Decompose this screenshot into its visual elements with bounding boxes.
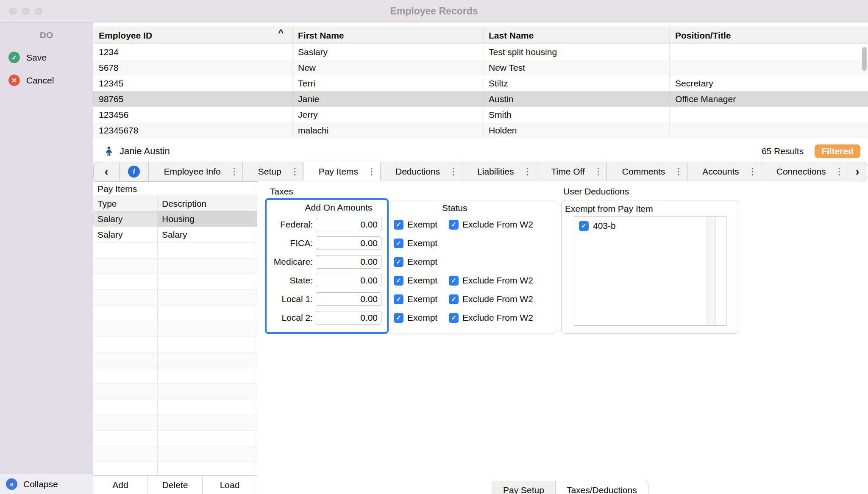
tab-menu-dots-icon[interactable]: ⋮ — [230, 167, 239, 177]
table-row[interactable]: 98765JanieAustinOffice Manager — [93, 91, 868, 107]
delete-button[interactable]: Delete — [148, 476, 203, 494]
state-exclude-w2-checkbox[interactable]: ✓ — [449, 276, 459, 286]
state-exempt-toggle[interactable]: ✓Exempt — [394, 275, 449, 286]
fica-exempt-toggle[interactable]: ✓Exempt — [394, 238, 449, 248]
pay-item-empty-row[interactable] — [93, 384, 257, 400]
bottom-tab-taxes-deductions[interactable]: Taxes/Deductions — [556, 481, 648, 494]
tab-liabilities[interactable]: Liabilities⋮ — [462, 162, 536, 181]
pay-item-empty-row[interactable] — [93, 321, 257, 337]
fica-exempt-checkbox[interactable]: ✓ — [394, 239, 403, 248]
pay-items-column-type[interactable]: Type — [93, 196, 157, 211]
tab-accounts[interactable]: Accounts⋮ — [687, 162, 761, 181]
tab-employee-info[interactable]: Employee Info⋮ — [148, 162, 243, 181]
pay-item-empty-row[interactable] — [93, 352, 257, 368]
pay-item-empty-row[interactable] — [93, 368, 257, 384]
local-2-input[interactable] — [316, 311, 381, 325]
federal-exempt-checkbox[interactable]: ✓ — [394, 220, 403, 230]
table-row[interactable]: 12345678malachiHolden — [93, 122, 868, 138]
pay-item-empty-row[interactable] — [93, 337, 257, 352]
tab-time-off[interactable]: Time Off⋮ — [536, 162, 607, 181]
close-window-button[interactable] — [9, 8, 17, 15]
tab-menu-dots-icon[interactable]: ⋮ — [523, 167, 532, 177]
local-2-exempt-toggle[interactable]: ✓Exempt — [394, 313, 449, 323]
tab-deductions[interactable]: Deductions⋮ — [380, 162, 462, 181]
deduction-item[interactable]: ✓403-b — [574, 217, 726, 231]
local-1-exempt-checkbox[interactable]: ✓ — [394, 294, 403, 304]
medicare-exempt-checkbox[interactable]: ✓ — [394, 257, 403, 267]
pay-item-empty-row[interactable] — [93, 258, 257, 274]
tab-menu-dots-icon[interactable]: ⋮ — [835, 167, 844, 177]
table-row[interactable]: 5678NewNew Test — [93, 60, 868, 75]
exempt-label: Exempt — [407, 219, 437, 230]
tab-menu-dots-icon[interactable]: ⋮ — [594, 167, 603, 177]
column-header-last-name[interactable]: Last Name — [483, 27, 670, 44]
local-1-exclude-w2-toggle[interactable]: ✓Exclude From W2 — [449, 294, 533, 304]
exclude-w2-label: Exclude From W2 — [462, 219, 533, 230]
filtered-badge[interactable]: Filtered — [815, 144, 860, 158]
pay-item-empty-row[interactable] — [93, 400, 257, 415]
collapse-button[interactable]: « Collapse — [0, 474, 93, 494]
pay-item-row[interactable]: SalaryHousing — [93, 211, 257, 227]
tab-pay-items[interactable]: Pay Items⋮ — [303, 162, 380, 181]
save-button[interactable]: ✓ Save — [0, 52, 93, 63]
add-button[interactable]: Add — [93, 476, 148, 494]
sort-ascending-icon[interactable]: ^ — [278, 28, 284, 39]
federal-exempt-toggle[interactable]: ✓Exempt — [394, 219, 449, 230]
cancel-button[interactable]: ✕ Cancel — [0, 75, 93, 86]
tab-menu-dots-icon[interactable]: ⋮ — [290, 167, 299, 177]
tab-connections[interactable]: Connections⋮ — [761, 162, 848, 181]
column-header-employee-id[interactable]: Employee ID ^ — [93, 27, 292, 44]
federal-exclude-w2-checkbox[interactable]: ✓ — [449, 220, 459, 230]
federal-exclude-w2-toggle[interactable]: ✓Exclude From W2 — [449, 219, 533, 230]
tab-menu-dots-icon[interactable]: ⋮ — [674, 167, 683, 177]
federal-input[interactable] — [316, 218, 381, 231]
pay-item-empty-row[interactable] — [93, 274, 257, 290]
tab-back-button[interactable]: ‹ — [93, 162, 120, 181]
bottom-tab-pay-setup[interactable]: Pay Setup — [492, 481, 556, 494]
minimize-window-button[interactable] — [22, 8, 29, 15]
user-deductions-list: ✓403-b — [574, 216, 726, 326]
fica-input[interactable] — [316, 236, 381, 250]
medicare-input[interactable] — [316, 255, 381, 269]
tab-forward-button[interactable]: › — [848, 162, 867, 181]
pay-item-empty-row[interactable] — [93, 305, 257, 321]
local-1-exclude-w2-checkbox[interactable]: ✓ — [449, 294, 459, 304]
empty-cell — [93, 290, 157, 305]
pay-item-empty-row[interactable] — [93, 290, 257, 305]
load-button[interactable]: Load — [203, 476, 257, 494]
pay-item-empty-row[interactable] — [93, 415, 257, 431]
tab-menu-dots-icon[interactable]: ⋮ — [748, 167, 757, 177]
state-exclude-w2-toggle[interactable]: ✓Exclude From W2 — [449, 275, 533, 286]
local-1-input[interactable] — [316, 292, 381, 306]
column-header-position-title[interactable]: Position/Title — [670, 27, 868, 44]
column-header-first-name[interactable]: First Name — [292, 27, 483, 44]
state-input[interactable] — [316, 274, 381, 287]
tab-comments[interactable]: Comments⋮ — [606, 162, 687, 181]
local-2-exempt-checkbox[interactable]: ✓ — [394, 313, 403, 323]
state-exempt-checkbox[interactable]: ✓ — [394, 276, 403, 286]
table-cell — [670, 60, 868, 75]
table-scrollbar-thumb[interactable] — [862, 47, 867, 71]
pay-item-empty-row[interactable] — [93, 462, 257, 475]
pay-item-row[interactable]: SalarySalary — [93, 227, 257, 243]
pay-items-column-description[interactable]: Description — [157, 196, 257, 211]
info-button[interactable]: i — [119, 162, 149, 181]
403-b-checkbox[interactable]: ✓ — [579, 221, 589, 231]
table-row[interactable]: 1234SaslaryTest split housing — [93, 44, 868, 60]
pay-item-empty-row[interactable] — [93, 447, 257, 462]
tab-setup[interactable]: Setup⋮ — [242, 162, 303, 181]
local-2-exclude-w2-checkbox[interactable]: ✓ — [449, 313, 459, 323]
medicare-exempt-toggle[interactable]: ✓Exempt — [394, 257, 449, 267]
list-scrollbar-track[interactable] — [707, 217, 716, 325]
pay-item-empty-row[interactable] — [93, 431, 257, 447]
table-row[interactable]: 123456JerrySmith — [93, 107, 868, 122]
local-2-exclude-w2-toggle[interactable]: ✓Exclude From W2 — [449, 313, 533, 323]
tab-menu-dots-icon[interactable]: ⋮ — [367, 167, 376, 177]
empty-cell — [157, 462, 257, 475]
pay-item-empty-row[interactable] — [93, 243, 257, 258]
tab-menu-dots-icon[interactable]: ⋮ — [449, 167, 458, 177]
add-on-amounts-group: Add On Amounts Federal:FICA:Medicare:Sta… — [265, 198, 389, 334]
table-row[interactable]: 12345TerriStiltzSecretary — [93, 75, 868, 91]
zoom-window-button[interactable] — [35, 8, 42, 15]
local-1-exempt-toggle[interactable]: ✓Exempt — [394, 294, 449, 304]
